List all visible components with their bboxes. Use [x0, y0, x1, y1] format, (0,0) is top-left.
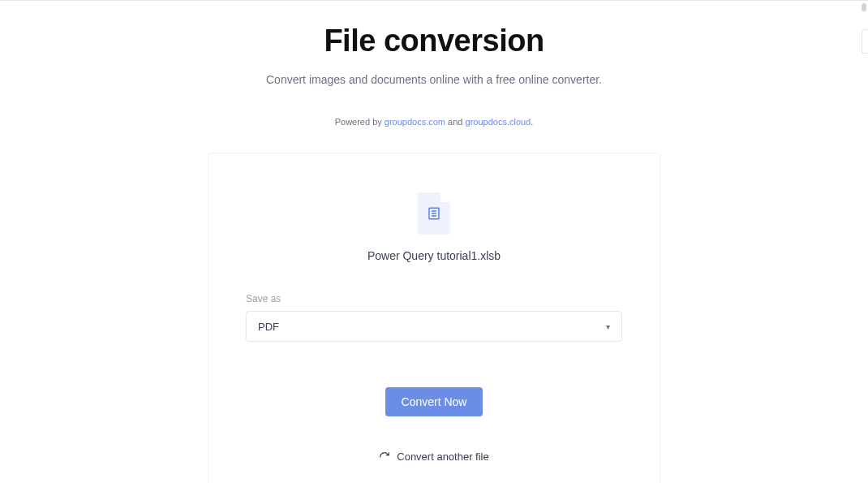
page-header: File conversion Convert images and docum…: [0, 1, 868, 127]
format-dropdown[interactable]: PDF ▾: [246, 311, 622, 342]
chevron-down-icon: ▾: [606, 322, 610, 331]
side-panel-edge: [862, 29, 868, 54]
convert-now-button[interactable]: Convert Now: [385, 387, 483, 416]
powered-prefix: Powered by: [335, 117, 385, 127]
powered-by-text: Powered by groupdocs.com and groupdocs.c…: [0, 117, 868, 127]
format-selected: PDF: [258, 321, 279, 333]
save-as-label: Save as: [246, 293, 622, 304]
file-icon: [418, 192, 450, 235]
file-icon-wrap: [246, 192, 622, 235]
page-title: File conversion: [0, 24, 868, 58]
uploaded-filename: Power Query tutorial1.xlsb: [246, 249, 622, 262]
powered-link-groupdocs-com[interactable]: groupdocs.com: [385, 117, 445, 127]
page-subtitle: Convert images and documents online with…: [0, 73, 868, 86]
powered-mid: and: [445, 117, 465, 127]
conversion-card: Power Query tutorial1.xlsb Save as PDF ▾…: [208, 153, 660, 483]
convert-another-label: Convert another file: [397, 451, 488, 463]
scrollbar-thumb[interactable]: [862, 3, 866, 11]
refresh-icon: [379, 451, 390, 463]
convert-another-link[interactable]: Convert another file: [246, 451, 622, 463]
powered-suffix: .: [531, 117, 533, 127]
powered-link-groupdocs-cloud[interactable]: groupdocs.cloud: [466, 117, 531, 127]
